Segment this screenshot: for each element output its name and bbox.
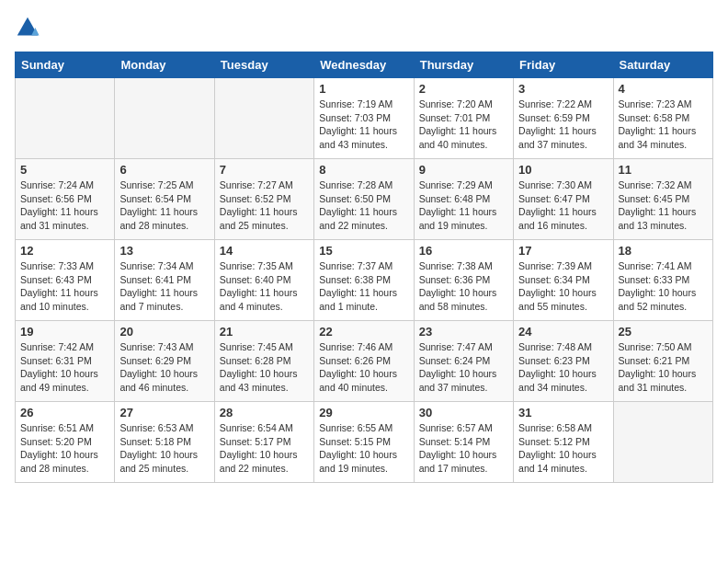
date-number: 30	[419, 406, 508, 419]
day-cell: 27Sunrise: 6:53 AMSunset: 5:18 PMDayligh…	[115, 402, 214, 483]
day-info: Sunrise: 7:35 AMSunset: 6:40 PMDaylight:…	[220, 259, 309, 314]
day-info: Sunrise: 7:45 AMSunset: 6:28 PMDaylight:…	[220, 340, 309, 395]
day-info: Sunrise: 7:33 AMSunset: 6:43 PMDaylight:…	[20, 259, 109, 314]
day-cell: 26Sunrise: 6:51 AMSunset: 5:20 PMDayligh…	[16, 402, 115, 483]
day-info: Sunrise: 7:20 AMSunset: 7:01 PMDaylight:…	[419, 98, 508, 152]
day-cell: 28Sunrise: 6:54 AMSunset: 5:17 PMDayligh…	[214, 402, 313, 483]
day-cell: 14Sunrise: 7:35 AMSunset: 6:40 PMDayligh…	[214, 240, 313, 321]
day-cell: 25Sunrise: 7:50 AMSunset: 6:21 PMDayligh…	[613, 321, 712, 402]
day-info: Sunrise: 7:50 AMSunset: 6:21 PMDaylight:…	[619, 340, 708, 395]
day-cell: 6Sunrise: 7:25 AMSunset: 6:54 PMDaylight…	[115, 159, 214, 240]
date-number: 6	[119, 163, 209, 177]
day-info: Sunrise: 7:37 AMSunset: 6:38 PMDaylight:…	[319, 259, 408, 314]
date-number: 4	[619, 82, 708, 96]
day-info: Sunrise: 7:22 AMSunset: 6:59 PMDaylight:…	[518, 98, 608, 152]
date-number: 2	[419, 82, 508, 96]
day-info: Sunrise: 6:57 AMSunset: 5:14 PMDaylight:…	[419, 421, 508, 476]
week-row-2: 5Sunrise: 7:24 AMSunset: 6:56 PMDaylight…	[16, 159, 713, 240]
date-number: 17	[518, 244, 608, 258]
day-header-wednesday: Wednesday	[314, 52, 414, 78]
date-number: 20	[119, 325, 209, 339]
date-number: 16	[419, 244, 508, 258]
date-number: 8	[319, 163, 408, 177]
date-number: 18	[619, 244, 708, 258]
date-number: 13	[119, 244, 209, 258]
date-number: 15	[319, 244, 408, 258]
logo-icon	[15, 15, 40, 40]
day-header-thursday: Thursday	[414, 52, 513, 78]
date-number: 29	[319, 406, 408, 419]
week-row-1: 1Sunrise: 7:19 AMSunset: 7:03 PMDaylight…	[16, 78, 713, 159]
day-cell: 16Sunrise: 7:38 AMSunset: 6:36 PMDayligh…	[414, 240, 513, 321]
day-header-saturday: Saturday	[613, 52, 712, 78]
day-cell: 4Sunrise: 7:23 AMSunset: 6:58 PMDaylight…	[613, 78, 712, 159]
day-cell: 11Sunrise: 7:32 AMSunset: 6:45 PMDayligh…	[613, 159, 712, 240]
day-info: Sunrise: 7:38 AMSunset: 6:36 PMDaylight:…	[419, 259, 508, 314]
date-number: 26	[20, 406, 109, 419]
day-info: Sunrise: 6:51 AMSunset: 5:20 PMDaylight:…	[20, 421, 109, 476]
day-info: Sunrise: 7:28 AMSunset: 6:50 PMDaylight:…	[319, 178, 408, 233]
day-info: Sunrise: 7:41 AMSunset: 6:33 PMDaylight:…	[619, 259, 708, 314]
date-number: 22	[319, 325, 408, 339]
day-cell: 31Sunrise: 6:58 AMSunset: 5:12 PMDayligh…	[514, 402, 613, 483]
day-info: Sunrise: 7:43 AMSunset: 6:29 PMDaylight:…	[119, 340, 209, 395]
day-cell: 8Sunrise: 7:28 AMSunset: 6:50 PMDaylight…	[314, 159, 414, 240]
date-number: 24	[518, 325, 608, 339]
day-cell: 20Sunrise: 7:43 AMSunset: 6:29 PMDayligh…	[115, 321, 214, 402]
day-info: Sunrise: 6:58 AMSunset: 5:12 PMDaylight:…	[518, 421, 608, 476]
day-cell: 3Sunrise: 7:22 AMSunset: 6:59 PMDaylight…	[514, 78, 613, 159]
day-info: Sunrise: 7:23 AMSunset: 6:58 PMDaylight:…	[619, 98, 708, 152]
day-info: Sunrise: 7:32 AMSunset: 6:45 PMDaylight:…	[619, 178, 708, 233]
date-number: 19	[20, 325, 109, 339]
date-number: 25	[619, 325, 708, 339]
date-number: 7	[220, 163, 309, 177]
date-number: 14	[220, 244, 309, 258]
week-row-5: 26Sunrise: 6:51 AMSunset: 5:20 PMDayligh…	[16, 402, 713, 483]
calendar-table: SundayMondayTuesdayWednesdayThursdayFrid…	[15, 52, 713, 483]
date-number: 11	[619, 163, 708, 177]
day-info: Sunrise: 7:47 AMSunset: 6:24 PMDaylight:…	[419, 340, 508, 395]
day-info: Sunrise: 7:25 AMSunset: 6:54 PMDaylight:…	[119, 178, 209, 233]
week-row-4: 19Sunrise: 7:42 AMSunset: 6:31 PMDayligh…	[16, 321, 713, 402]
day-header-tuesday: Tuesday	[214, 52, 313, 78]
day-info: Sunrise: 7:30 AMSunset: 6:47 PMDaylight:…	[518, 178, 608, 233]
date-number: 1	[319, 82, 408, 96]
day-cell: 22Sunrise: 7:46 AMSunset: 6:26 PMDayligh…	[314, 321, 414, 402]
day-info: Sunrise: 7:46 AMSunset: 6:26 PMDaylight:…	[319, 340, 408, 395]
day-info: Sunrise: 6:54 AMSunset: 5:17 PMDaylight:…	[220, 421, 309, 476]
day-cell: 1Sunrise: 7:19 AMSunset: 7:03 PMDaylight…	[314, 78, 414, 159]
day-cell: 18Sunrise: 7:41 AMSunset: 6:33 PMDayligh…	[613, 240, 712, 321]
day-info: Sunrise: 7:34 AMSunset: 6:41 PMDaylight:…	[119, 259, 209, 314]
header-row: SundayMondayTuesdayWednesdayThursdayFrid…	[16, 52, 713, 78]
date-number: 12	[20, 244, 109, 258]
day-cell	[115, 78, 214, 159]
day-info: Sunrise: 7:29 AMSunset: 6:48 PMDaylight:…	[419, 178, 508, 233]
day-cell	[214, 78, 313, 159]
day-cell	[613, 402, 712, 483]
date-number: 23	[419, 325, 508, 339]
day-info: Sunrise: 7:19 AMSunset: 7:03 PMDaylight:…	[319, 98, 408, 152]
day-cell: 9Sunrise: 7:29 AMSunset: 6:48 PMDaylight…	[414, 159, 513, 240]
logo	[15, 15, 44, 40]
day-info: Sunrise: 7:27 AMSunset: 6:52 PMDaylight:…	[220, 178, 309, 233]
day-info: Sunrise: 6:53 AMSunset: 5:18 PMDaylight:…	[119, 421, 209, 476]
day-cell: 17Sunrise: 7:39 AMSunset: 6:34 PMDayligh…	[514, 240, 613, 321]
date-number: 31	[518, 406, 608, 419]
day-header-sunday: Sunday	[16, 52, 115, 78]
day-info: Sunrise: 7:42 AMSunset: 6:31 PMDaylight:…	[20, 340, 109, 395]
day-cell	[16, 78, 115, 159]
day-cell: 30Sunrise: 6:57 AMSunset: 5:14 PMDayligh…	[414, 402, 513, 483]
day-cell: 19Sunrise: 7:42 AMSunset: 6:31 PMDayligh…	[16, 321, 115, 402]
day-cell: 7Sunrise: 7:27 AMSunset: 6:52 PMDaylight…	[214, 159, 313, 240]
page-header	[15, 15, 713, 40]
day-info: Sunrise: 7:39 AMSunset: 6:34 PMDaylight:…	[518, 259, 608, 314]
day-info: Sunrise: 7:24 AMSunset: 6:56 PMDaylight:…	[20, 178, 109, 233]
day-cell: 23Sunrise: 7:47 AMSunset: 6:24 PMDayligh…	[414, 321, 513, 402]
day-info: Sunrise: 6:55 AMSunset: 5:15 PMDaylight:…	[319, 421, 408, 476]
day-cell: 24Sunrise: 7:48 AMSunset: 6:23 PMDayligh…	[514, 321, 613, 402]
day-cell: 2Sunrise: 7:20 AMSunset: 7:01 PMDaylight…	[414, 78, 513, 159]
day-cell: 12Sunrise: 7:33 AMSunset: 6:43 PMDayligh…	[16, 240, 115, 321]
day-cell: 29Sunrise: 6:55 AMSunset: 5:15 PMDayligh…	[314, 402, 414, 483]
day-info: Sunrise: 7:48 AMSunset: 6:23 PMDaylight:…	[518, 340, 608, 395]
day-cell: 10Sunrise: 7:30 AMSunset: 6:47 PMDayligh…	[514, 159, 613, 240]
